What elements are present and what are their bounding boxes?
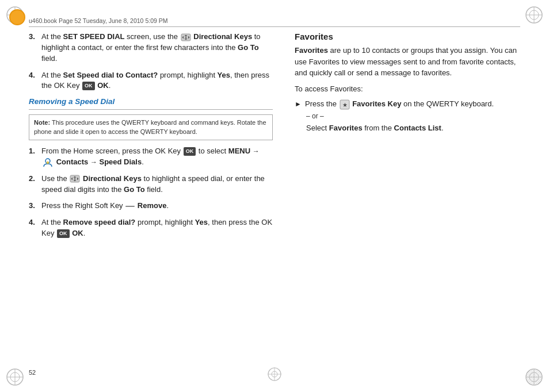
go-to-bold-1: Go To — [238, 43, 259, 52]
ok-key-icon-1: OK — [82, 82, 95, 90]
ok-key-icon-3: OK — [57, 229, 70, 238]
step-3-content: At the SET SPEED DIAL screen, use the Di… — [41, 32, 273, 64]
sub-step-4: 4. At the Remove speed dial? prompt, hig… — [29, 217, 273, 239]
contacts-list-bold: Contacts List — [394, 124, 441, 132]
directional-key-icon-2 — [70, 175, 80, 183]
favorites-key-bold: Favorites Key — [352, 99, 401, 108]
set-speed-dial-bold: SET SPEED DIAL — [63, 32, 125, 41]
bullet-content: Press the ★ Favorites Key on the QWERTY … — [305, 99, 494, 110]
contacts-bold: Contacts — [56, 157, 89, 166]
or-divider: – or – — [306, 112, 520, 120]
directional-key-icon — [181, 33, 191, 41]
sub-step-1-content: From the Home screen, press the OK Key O… — [41, 146, 273, 168]
svg-point-26 — [47, 162, 49, 164]
remove-speed-dial-bold: Remove speed dial? — [63, 218, 136, 226]
sub-step-3: 3. Press the Right Soft Key Remove. — [29, 201, 273, 212]
go-to-bold-2: Go To — [124, 185, 145, 194]
favorites-bold-2: Favorites — [329, 124, 363, 132]
directional-keys-bold-2: Directional Keys — [83, 174, 142, 183]
section-divider — [29, 109, 273, 110]
corner-decoration-br — [524, 367, 544, 387]
svg-point-32 — [74, 178, 76, 180]
ok-bold-2: OK — [72, 229, 83, 237]
sub-step-3-content: Press the Right Soft Key Remove. — [41, 201, 273, 212]
orange-indicator — [9, 9, 25, 25]
main-content: 3. At the SET SPEED DIAL screen, use the… — [29, 32, 520, 366]
header-bar: u460.book Page 52 Tuesday, June 8, 2010 … — [29, 17, 520, 27]
sub-step-1: 1. From the Home screen, press the OK Ke… — [29, 146, 273, 168]
sub-step-2: 2. Use the Directional Keys to highlight… — [29, 174, 273, 195]
step-3-number: 3. — [29, 32, 38, 64]
note-box: Note: This procedure uses the QWERTY key… — [29, 114, 273, 140]
set-speed-dial-contact-bold: Set Speed dial to Contact? — [63, 71, 158, 79]
sub-step-4-content: At the Remove speed dial? prompt, highli… — [41, 217, 273, 239]
yes-bold-1: Yes — [218, 71, 230, 79]
corner-decoration-tr — [524, 5, 544, 25]
ok-key-icon-2: OK — [184, 147, 196, 156]
favorites-body: Favorites are up to 10 contacts or group… — [295, 45, 520, 79]
directional-keys-bold: Directional Keys — [193, 32, 252, 41]
remove-soft-key-icon — [125, 206, 135, 207]
note-label: Note: — [34, 119, 50, 126]
svg-text:★: ★ — [342, 102, 347, 108]
step-4-number: 4. — [29, 70, 38, 92]
note-text: This procedure uses the QWERTY keyboard … — [34, 119, 266, 134]
corner-decoration-bl — [5, 367, 25, 387]
step-4-content: At the Set Speed dial to Contact? prompt… — [41, 70, 273, 92]
menu-bold: MENU — [228, 147, 250, 155]
left-column: 3. At the SET SPEED DIAL screen, use the… — [29, 32, 284, 366]
favorites-title: Favorites — [295, 32, 520, 41]
select-favorites-line: Select Favorites from the Contacts List. — [306, 122, 520, 134]
step-4-set-speed-dial: 4. At the Set Speed dial to Contact? pro… — [29, 70, 273, 92]
yes-bold-2: Yes — [195, 218, 208, 226]
contacts-icon — [42, 157, 54, 167]
speed-dials-bold: Speed Dials — [100, 157, 142, 166]
bottom-center-decoration — [266, 366, 283, 384]
step-3-set-speed-dial: 3. At the SET SPEED DIAL screen, use the… — [29, 32, 273, 64]
favorites-body-text: are up to 10 contacts or groups that you… — [295, 46, 517, 77]
svg-point-24 — [185, 36, 186, 38]
to-access-text: To access Favorites: — [295, 84, 363, 93]
access-label: To access Favorites: — [295, 83, 520, 95]
right-column: Favorites Favorites are up to 10 contact… — [284, 32, 520, 366]
favorites-bold: Favorites — [295, 46, 328, 55]
sub-step-3-number: 3. — [29, 201, 38, 212]
removing-speed-dial-heading: Removing a Speed Dial — [29, 97, 273, 106]
arrow-2: → — [90, 158, 97, 166]
page-number: 52 — [29, 369, 36, 376]
remove-bold: Remove — [138, 201, 167, 210]
sub-step-4-number: 4. — [29, 217, 38, 239]
favorites-key-icon: ★ — [340, 99, 350, 110]
sub-step-2-content: Use the Directional Keys to highlight a … — [41, 174, 273, 195]
favorites-bullet: ► Press the ★ Favorites Key on the QWERT… — [295, 99, 520, 110]
sub-step-2-number: 2. — [29, 174, 38, 195]
sub-step-1-number: 1. — [29, 146, 38, 168]
arrow-1: → — [253, 147, 260, 155]
ok-bold-1: OK — [97, 81, 109, 90]
bullet-arrow-icon: ► — [295, 99, 302, 110]
header-text: u460.book Page 52 Tuesday, June 8, 2010 … — [29, 17, 520, 24]
